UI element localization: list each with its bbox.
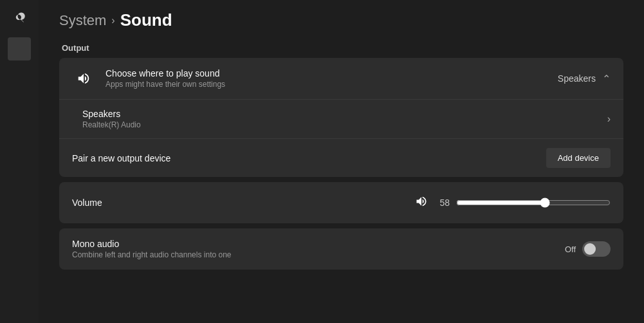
main-content: System › Sound Output Choose where to pl… bbox=[39, 0, 644, 323]
choose-sound-text: Choose where to play sound Apps might ha… bbox=[106, 68, 558, 89]
speakers-text: Speakers Realtek(R) Audio bbox=[82, 109, 607, 129]
breadcrumb-system[interactable]: System bbox=[59, 12, 106, 29]
speaker-icon bbox=[77, 71, 91, 86]
volume-label: Volume bbox=[72, 198, 415, 208]
mono-right: Off bbox=[565, 241, 611, 257]
mono-subtitle: Combine left and right audio channels in… bbox=[72, 250, 565, 259]
choose-sound-subtitle: Apps might have their own settings bbox=[106, 80, 558, 89]
speakers-row[interactable]: Speakers Realtek(R) Audio › bbox=[59, 100, 623, 139]
mono-title: Mono audio bbox=[72, 239, 565, 249]
sidebar bbox=[0, 0, 39, 323]
volume-slider[interactable] bbox=[456, 198, 611, 208]
speakers-subtitle: Realtek(R) Audio bbox=[82, 120, 607, 129]
mono-toggle-label: Off bbox=[565, 245, 576, 254]
pair-device-row: Pair a new output device Add device bbox=[59, 139, 623, 177]
search-icon bbox=[14, 12, 25, 24]
breadcrumb-chevron-icon: › bbox=[111, 15, 115, 26]
speakers-title: Speakers bbox=[82, 109, 607, 119]
choose-sound-right: Speakers ⌃ bbox=[558, 73, 611, 85]
mono-text: Mono audio Combine left and right audio … bbox=[72, 239, 565, 259]
chevron-up-icon: ⌃ bbox=[602, 73, 611, 85]
speakers-right: › bbox=[607, 113, 611, 125]
choose-sound-row[interactable]: Choose where to play sound Apps might ha… bbox=[59, 58, 623, 100]
chevron-right-icon: › bbox=[607, 113, 611, 125]
pair-device-label: Pair a new output device bbox=[72, 153, 546, 163]
speaker-icon-container bbox=[72, 67, 95, 90]
search-button[interactable] bbox=[8, 6, 31, 30]
volume-value: 58 bbox=[434, 198, 450, 208]
choose-sound-value: Speakers bbox=[558, 73, 596, 84]
sidebar-nav-item[interactable] bbox=[8, 37, 31, 60]
volume-card: Volume 58 bbox=[59, 182, 623, 223]
breadcrumb: System › Sound bbox=[59, 10, 623, 30]
volume-icon bbox=[415, 195, 428, 208]
add-device-button[interactable]: Add device bbox=[546, 148, 611, 168]
volume-icon-container bbox=[415, 195, 428, 210]
output-card: Choose where to play sound Apps might ha… bbox=[59, 58, 623, 177]
mono-toggle[interactable] bbox=[582, 241, 611, 257]
choose-sound-title: Choose where to play sound bbox=[106, 68, 558, 78]
volume-controls: 58 bbox=[415, 195, 611, 210]
output-section-label: Output bbox=[62, 43, 623, 53]
mono-audio-card: Mono audio Combine left and right audio … bbox=[59, 228, 623, 270]
breadcrumb-current: Sound bbox=[120, 10, 172, 30]
toggle-knob bbox=[584, 243, 596, 255]
